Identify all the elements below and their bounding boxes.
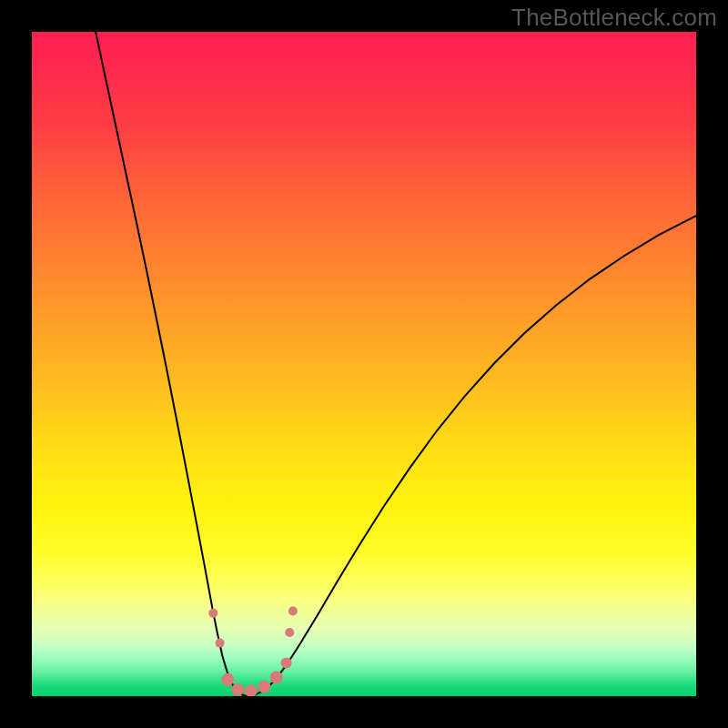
data-point (245, 684, 258, 696)
outer-frame: TheBottleneck.com (0, 0, 728, 728)
data-point (221, 673, 234, 686)
data-point (258, 681, 271, 693)
data-point (285, 628, 294, 637)
watermark-text: TheBottleneck.com (511, 4, 717, 32)
data-point (270, 672, 283, 684)
data-point (281, 658, 292, 669)
curve-right (247, 216, 696, 696)
data-point (216, 639, 225, 648)
data-point (288, 607, 298, 616)
chart-svg (32, 32, 696, 696)
data-point (231, 683, 244, 696)
plot-area (32, 32, 696, 696)
curve-left (96, 32, 247, 696)
data-point (208, 609, 217, 618)
